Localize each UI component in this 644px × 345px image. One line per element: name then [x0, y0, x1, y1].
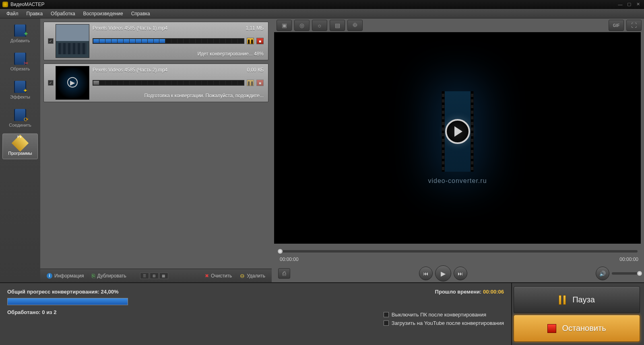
- duplicate-icon: ⎘: [92, 273, 95, 279]
- sidebar-cut[interactable]: Обрезать: [2, 49, 38, 75]
- file-name: Pexels Videos 4585 (Часть 2).mp4: [93, 67, 167, 73]
- menu-help[interactable]: Справка: [127, 10, 154, 18]
- time-total: 00:00:00: [619, 257, 638, 262]
- shutdown-checkbox-row[interactable]: Выключить ПК после конвертирования: [384, 312, 504, 318]
- view-toggle: ☰ ⊞ ▦: [140, 273, 168, 279]
- crop-tool-button[interactable]: ▣: [277, 20, 292, 31]
- item-status: Подготовка к конвертации. Пожалуйста, по…: [93, 93, 264, 99]
- clear-button[interactable]: ✖Очистить: [202, 272, 234, 280]
- info-icon: i: [47, 273, 52, 279]
- sidebar-label: Добавить: [10, 38, 30, 43]
- stop-button[interactable]: Остановить: [514, 315, 640, 342]
- minimize-button[interactable]: —: [617, 2, 624, 7]
- preview-caption: video-converter.ru: [428, 177, 487, 185]
- prev-button[interactable]: ⏮: [419, 267, 433, 280]
- seek-slider[interactable]: [277, 250, 638, 253]
- thumbnail: [56, 24, 89, 58]
- preview-column: ▣ ◎ ☼ ▤ 𐀏 GIF ⛶ video-converter.ru 00:00…: [272, 18, 644, 282]
- rotate-tool-button[interactable]: ◎: [294, 20, 310, 31]
- fullscreen-button[interactable]: ⛶: [626, 20, 642, 31]
- item-pause-button[interactable]: ❚❚: [247, 80, 254, 86]
- queue-item[interactable]: ✓ Pexels Videos 4585 (Часть 1).mp4 1,11 …: [43, 22, 268, 60]
- sidebar: Добавить Обрезать Эффекты Соединить Прог…: [0, 18, 40, 282]
- pause-button[interactable]: Пауза: [514, 286, 640, 313]
- sidebar-label: Соединить: [9, 123, 31, 127]
- sidebar-label: Эффекты: [10, 94, 30, 99]
- delete-button[interactable]: ⊖Удалить: [237, 271, 268, 280]
- pause-icon: [559, 295, 567, 305]
- time-current: 00:00:00: [280, 257, 299, 262]
- item-stop-button[interactable]: ■: [256, 38, 264, 44]
- titlebar: ВидеоМАСТЕР — ▢ ✕: [0, 0, 644, 9]
- youtube-checkbox-row[interactable]: Загрузить на YouTube после конвертирован…: [384, 320, 504, 326]
- preview-toolbar: ▣ ◎ ☼ ▤ 𐀏 GIF ⛶: [274, 18, 644, 32]
- speed-tool-button[interactable]: 𐀏: [347, 20, 363, 31]
- overall-progress-bar: [7, 298, 128, 305]
- queue-footer: iИнформация ⎘Дублировать ☰ ⊞ ▦ ✖Очистить…: [40, 269, 272, 282]
- sidebar-label: Обрезать: [10, 66, 30, 71]
- gif-button[interactable]: GIF: [609, 20, 624, 31]
- item-progress-bar: [93, 38, 244, 44]
- play-circle-icon: [445, 119, 470, 144]
- sparkle-icon: [14, 81, 26, 93]
- app-logo-icon: [2, 2, 8, 7]
- preview-placeholder: video-converter.ru: [428, 91, 487, 185]
- file-size: 0,00 КБ: [247, 67, 264, 73]
- snapshot-button[interactable]: ⎙: [278, 268, 290, 279]
- volume-slider[interactable]: [612, 272, 640, 275]
- elapsed-time: Прошло времени: 00:00:06: [435, 289, 504, 295]
- mute-button[interactable]: 🔊: [596, 267, 609, 280]
- file-name: Pexels Videos 4585 (Часть 1).mp4: [93, 25, 167, 31]
- sidebar-programs[interactable]: Программы: [2, 133, 38, 159]
- add-icon: [14, 25, 26, 37]
- preview-area[interactable]: video-converter.ru: [274, 32, 641, 244]
- stop-icon: [547, 324, 556, 333]
- seek-thumb[interactable]: [277, 248, 283, 254]
- queue-list: ✓ Pexels Videos 4585 (Часть 1).mp4 1,11 …: [40, 18, 272, 269]
- view-compact-button[interactable]: ⊞: [150, 273, 159, 279]
- checkbox[interactable]: [384, 312, 389, 317]
- duplicate-button[interactable]: ⎘Дублировать: [89, 271, 128, 280]
- item-stop-button[interactable]: ■: [256, 80, 264, 86]
- menu-process[interactable]: Обработка: [47, 10, 79, 18]
- checkbox[interactable]: [384, 320, 389, 326]
- menu-edit[interactable]: Правка: [23, 10, 47, 18]
- action-panel: Пауза Остановить: [511, 283, 644, 345]
- progress-panel: Общий прогресс конвертирования: 24,00% П…: [0, 283, 511, 345]
- menubar: Файл Правка Обработка Воспроизведение Сп…: [0, 9, 644, 18]
- info-button[interactable]: iИнформация: [44, 272, 86, 280]
- item-progress-bar: [93, 80, 244, 86]
- filmstrip-icon: [442, 91, 474, 172]
- menu-file[interactable]: Файл: [2, 10, 23, 18]
- menu-playback[interactable]: Воспроизведение: [79, 10, 127, 18]
- overall-progress-label: Общий прогресс конвертирования: 24,00%: [7, 289, 119, 295]
- processed-count: Обработано: 0 из 2: [7, 309, 56, 315]
- queue-item[interactable]: ✓ Pexels Videos 4585 (Часть 2).mp4 0,00 …: [43, 64, 268, 102]
- brightness-tool-button[interactable]: ☼: [312, 20, 327, 31]
- item-status: Идет конвертирование... 48%: [93, 51, 264, 57]
- window-title: ВидеоМАСТЕР: [10, 2, 615, 7]
- file-size: 1,11 МБ: [246, 25, 264, 31]
- play-button[interactable]: ▶: [435, 265, 451, 281]
- sidebar-effects[interactable]: Эффекты: [2, 77, 38, 103]
- join-icon: [14, 109, 26, 121]
- sidebar-join[interactable]: Соединить: [2, 105, 38, 131]
- close-button[interactable]: ✕: [634, 2, 642, 7]
- scissors-icon: [14, 53, 26, 65]
- key-icon: [12, 135, 29, 152]
- queue-column: ✓ Pexels Videos 4585 (Часть 1).mp4 1,11 …: [40, 18, 272, 282]
- queue-checkbox[interactable]: ✓: [48, 38, 54, 44]
- view-list-button[interactable]: ☰: [140, 273, 149, 279]
- view-grid-button[interactable]: ▦: [159, 273, 168, 279]
- maximize-button[interactable]: ▢: [625, 2, 633, 7]
- delete-icon: ⊖: [240, 273, 245, 279]
- sidebar-add[interactable]: Добавить: [2, 21, 38, 47]
- queue-checkbox[interactable]: ✓: [48, 80, 54, 86]
- clear-icon: ✖: [205, 273, 209, 279]
- text-tool-button[interactable]: ▤: [330, 20, 345, 31]
- volume-thumb[interactable]: [637, 271, 642, 276]
- next-button[interactable]: ⏭: [454, 267, 467, 280]
- thumbnail: [56, 66, 89, 100]
- item-pause-button[interactable]: ❚❚: [247, 38, 254, 44]
